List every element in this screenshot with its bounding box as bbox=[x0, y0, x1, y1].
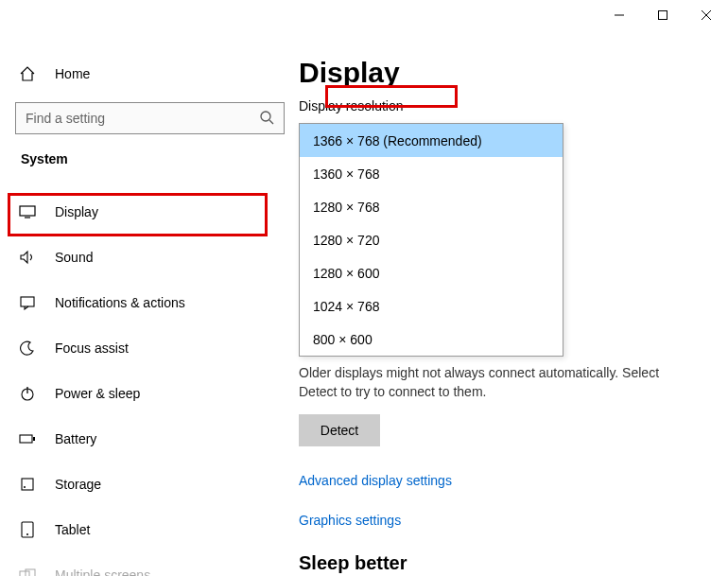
nav-label: Sound bbox=[55, 250, 93, 265]
svg-point-4 bbox=[261, 112, 270, 121]
svg-rect-8 bbox=[21, 297, 34, 306]
svg-rect-1 bbox=[659, 11, 667, 20]
search-box[interactable] bbox=[15, 102, 285, 134]
resolution-option[interactable]: 800 × 600 bbox=[300, 323, 563, 356]
detect-button[interactable]: Detect bbox=[299, 414, 380, 446]
resolution-dropdown[interactable]: 1366 × 768 (Recommended) 1360 × 768 1280… bbox=[299, 123, 563, 357]
nav-label: Notifications & actions bbox=[55, 295, 185, 310]
svg-rect-12 bbox=[33, 437, 35, 441]
battery-icon bbox=[19, 430, 36, 447]
nav-label: Focus assist bbox=[55, 340, 129, 356]
resolution-option[interactable]: 1280 × 720 bbox=[300, 223, 563, 256]
nav-label: Storage bbox=[55, 477, 101, 492]
home-nav[interactable]: Home bbox=[0, 55, 293, 93]
sidebar-item-tablet[interactable]: Tablet bbox=[0, 507, 293, 552]
search-icon bbox=[259, 110, 274, 128]
sidebar-item-notifications[interactable]: Notifications & actions bbox=[0, 280, 293, 325]
svg-line-5 bbox=[269, 120, 273, 124]
svg-rect-13 bbox=[22, 479, 33, 490]
minimize-button[interactable] bbox=[598, 0, 641, 30]
nav-label: Multiple screens bbox=[55, 567, 150, 576]
category-label: System bbox=[0, 151, 293, 166]
screens-icon bbox=[19, 567, 36, 576]
moon-icon bbox=[19, 340, 36, 357]
resolution-option[interactable]: 1366 × 768 (Recommended) bbox=[300, 124, 563, 157]
nav-label: Battery bbox=[55, 431, 96, 446]
sidebar-item-multiple[interactable]: Multiple screens bbox=[0, 552, 293, 576]
resolution-option[interactable]: 1360 × 768 bbox=[300, 157, 563, 190]
sound-icon bbox=[19, 249, 36, 266]
svg-point-16 bbox=[26, 533, 28, 535]
tablet-icon bbox=[19, 521, 36, 538]
nav-label: Power & sleep bbox=[55, 386, 140, 401]
sleep-heading: Sleep better bbox=[299, 552, 717, 574]
notification-icon bbox=[19, 294, 36, 311]
power-icon bbox=[19, 385, 36, 402]
svg-rect-11 bbox=[20, 435, 32, 443]
svg-point-14 bbox=[24, 486, 26, 488]
resolution-option[interactable]: 1280 × 768 bbox=[300, 190, 563, 223]
sidebar-item-focus[interactable]: Focus assist bbox=[0, 325, 293, 371]
resolution-option[interactable]: 1280 × 600 bbox=[300, 256, 563, 289]
nav-label: Tablet bbox=[55, 522, 90, 537]
advanced-display-link[interactable]: Advanced display settings bbox=[299, 473, 717, 488]
search-input[interactable] bbox=[26, 111, 252, 126]
resolution-option[interactable]: 1024 × 768 bbox=[300, 289, 563, 323]
home-label: Home bbox=[55, 66, 90, 81]
page-title: Display bbox=[299, 57, 717, 89]
close-button[interactable] bbox=[685, 0, 728, 30]
svg-rect-17 bbox=[20, 571, 29, 576]
svg-rect-18 bbox=[26, 569, 35, 576]
sidebar-item-battery[interactable]: Battery bbox=[0, 416, 293, 462]
graphics-settings-link[interactable]: Graphics settings bbox=[299, 513, 717, 528]
annotation-highlight bbox=[8, 193, 268, 236]
annotation-highlight bbox=[325, 85, 458, 108]
home-icon bbox=[19, 65, 36, 82]
sidebar-item-sound[interactable]: Sound bbox=[0, 235, 293, 280]
detect-info: Older displays might not always connect … bbox=[299, 364, 696, 401]
sidebar-item-power[interactable]: Power & sleep bbox=[0, 371, 293, 416]
sidebar-item-storage[interactable]: Storage bbox=[0, 462, 293, 507]
maximize-button[interactable] bbox=[641, 0, 685, 30]
storage-icon bbox=[19, 476, 36, 493]
